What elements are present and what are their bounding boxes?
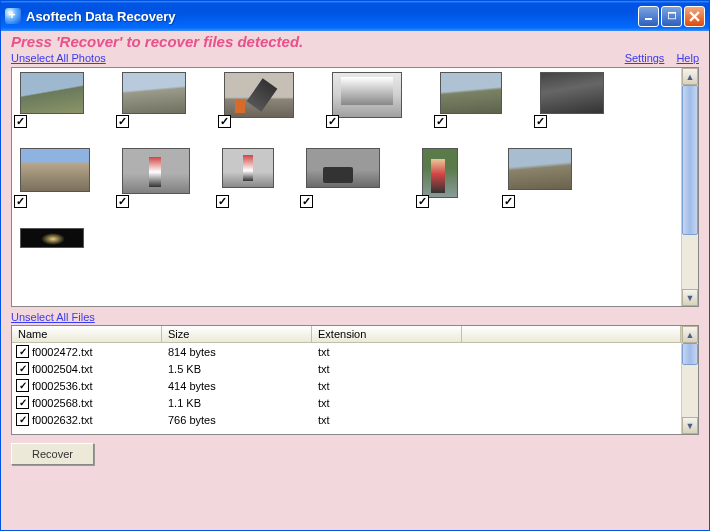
photo-checkbox[interactable]: [416, 195, 429, 208]
photo-checkbox[interactable]: [14, 115, 27, 128]
app-window: Asoftech Data Recovery Press 'Recover' t…: [0, 0, 710, 531]
file-name: f0002536.txt: [32, 380, 93, 392]
photo-checkbox[interactable]: [326, 115, 339, 128]
scroll-up-icon[interactable]: ▲: [682, 326, 698, 343]
app-icon: [5, 8, 21, 24]
file-extension: txt: [312, 363, 462, 375]
file-checkbox[interactable]: [16, 345, 29, 358]
table-row[interactable]: f0002472.txt814 bytestxt: [12, 343, 681, 360]
files-scrollbar[interactable]: ▲ ▼: [681, 326, 698, 434]
titlebar[interactable]: Asoftech Data Recovery: [1, 1, 709, 31]
photo-thumb[interactable]: [306, 148, 380, 198]
settings-link[interactable]: Settings: [625, 52, 665, 64]
photo-thumb[interactable]: [20, 228, 84, 248]
file-extension: txt: [312, 346, 462, 358]
svg-rect-2: [668, 12, 676, 14]
file-size: 414 bytes: [162, 380, 312, 392]
photo-checkbox[interactable]: [502, 195, 515, 208]
file-size: 766 bytes: [162, 414, 312, 426]
column-size[interactable]: Size: [162, 326, 312, 342]
scroll-thumb[interactable]: [682, 85, 698, 235]
files-panel: Name Size Extension f0002472.txt814 byte…: [11, 325, 699, 435]
file-checkbox[interactable]: [16, 413, 29, 426]
column-blank: [462, 326, 681, 342]
photo-thumb[interactable]: [122, 72, 186, 118]
photo-thumb[interactable]: [422, 148, 458, 198]
table-row[interactable]: f0002504.txt1.5 KBtxt: [12, 360, 681, 377]
photo-checkbox[interactable]: [14, 195, 27, 208]
file-extension: txt: [312, 397, 462, 409]
photo-thumb[interactable]: [20, 148, 90, 198]
file-name: f0002568.txt: [32, 397, 93, 409]
photo-checkbox[interactable]: [534, 115, 547, 128]
unselect-all-files-link[interactable]: Unselect All Files: [11, 311, 95, 323]
photo-thumb[interactable]: [222, 148, 274, 198]
help-link[interactable]: Help: [676, 52, 699, 64]
unselect-all-photos-link[interactable]: Unselect All Photos: [11, 52, 106, 64]
file-size: 1.1 KB: [162, 397, 312, 409]
photo-checkbox[interactable]: [116, 195, 129, 208]
file-name: f0002472.txt: [32, 346, 93, 358]
file-size: 1.5 KB: [162, 363, 312, 375]
file-name: f0002504.txt: [32, 363, 93, 375]
scroll-up-icon[interactable]: ▲: [682, 68, 698, 85]
photo-thumb[interactable]: [440, 72, 502, 118]
minimize-button[interactable]: [638, 6, 659, 27]
photo-checkbox[interactable]: [216, 195, 229, 208]
table-row[interactable]: f0002568.txt1.1 KBtxt: [12, 394, 681, 411]
maximize-button[interactable]: [661, 6, 682, 27]
photo-thumb[interactable]: [332, 72, 402, 118]
file-extension: txt: [312, 414, 462, 426]
table-row[interactable]: f0002632.txt766 bytestxt: [12, 411, 681, 428]
scroll-thumb[interactable]: [682, 343, 698, 365]
scroll-down-icon[interactable]: ▼: [682, 289, 698, 306]
column-extension[interactable]: Extension: [312, 326, 462, 342]
file-checkbox[interactable]: [16, 362, 29, 375]
file-checkbox[interactable]: [16, 379, 29, 392]
files-table-header: Name Size Extension: [12, 326, 681, 343]
photos-panel: ▲ ▼: [11, 67, 699, 307]
photos-scrollbar[interactable]: ▲ ▼: [681, 68, 698, 306]
photo-checkbox[interactable]: [218, 115, 231, 128]
table-row[interactable]: f0002536.txt414 bytestxt: [12, 377, 681, 394]
photo-thumb[interactable]: [122, 148, 190, 198]
recover-button[interactable]: Recover: [11, 443, 94, 465]
photo-thumb[interactable]: [224, 72, 294, 118]
file-extension: txt: [312, 380, 462, 392]
photo-thumb[interactable]: [20, 72, 84, 118]
photo-checkbox[interactable]: [300, 195, 313, 208]
instruction-text: Press 'Recover' to recover files detecte…: [11, 31, 699, 51]
file-size: 814 bytes: [162, 346, 312, 358]
photo-thumb[interactable]: [540, 72, 604, 118]
column-name[interactable]: Name: [12, 326, 162, 342]
scroll-down-icon[interactable]: ▼: [682, 417, 698, 434]
photo-checkbox[interactable]: [116, 115, 129, 128]
photo-checkbox[interactable]: [434, 115, 447, 128]
svg-rect-0: [645, 18, 652, 20]
file-checkbox[interactable]: [16, 396, 29, 409]
close-button[interactable]: [684, 6, 705, 27]
photo-thumb[interactable]: [508, 148, 572, 198]
window-title: Asoftech Data Recovery: [26, 9, 638, 24]
file-name: f0002632.txt: [32, 414, 93, 426]
